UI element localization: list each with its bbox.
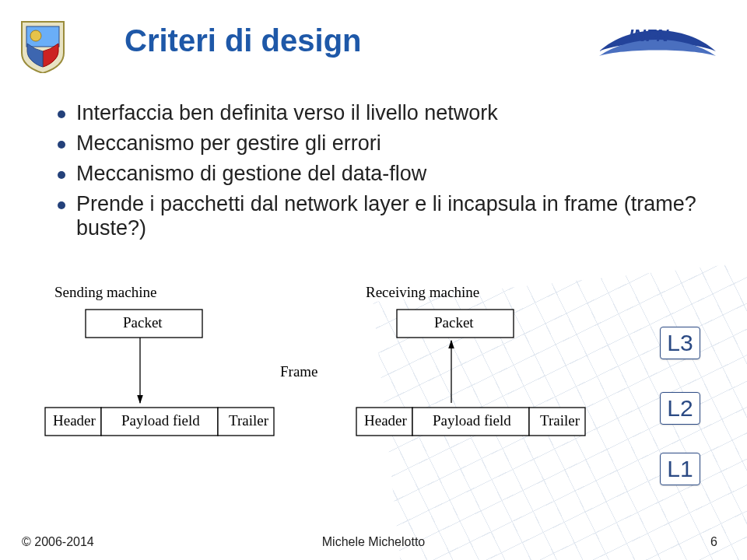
infn-logo-icon: INFN — [599, 17, 716, 65]
slide-title: Criteri di design — [124, 23, 362, 58]
bullet-item: Prende i pacchetti dal network layer e l… — [54, 192, 700, 240]
label-sending-payload: Payload field — [121, 412, 200, 429]
label-sending-header: Header — [53, 412, 96, 429]
label-frame: Frame — [280, 363, 318, 380]
layer-badges: L3 L2 L1 — [660, 327, 700, 513]
svg-point-1 — [30, 30, 41, 41]
label-sending-machine: Sending machine — [54, 284, 156, 300]
label-receiving-trailer: Trailer — [540, 412, 580, 429]
bullet-text: Interfaccia ben definita verso il livell… — [76, 101, 498, 124]
bullet-text: Prende i pacchetti dal network layer e l… — [76, 192, 696, 240]
layer-badge-l1: L1 — [660, 453, 700, 485]
slide: INFN Criteri di design Interfaccia ben d… — [0, 0, 747, 560]
encapsulation-diagram: Sending machine Packet Frame Header Payl… — [39, 280, 615, 482]
label-receiving-packet: Packet — [434, 314, 474, 331]
label-sending-trailer: Trailer — [229, 412, 269, 429]
label-receiving-payload: Payload field — [433, 412, 511, 429]
layer-badge-l3: L3 — [660, 327, 700, 359]
label-receiving-machine: Receiving machine — [366, 284, 479, 300]
institution-crest-icon — [19, 17, 67, 73]
layer-badge-l2: L2 — [660, 392, 700, 425]
footer-author: Michele Michelotto — [0, 535, 747, 549]
footer-page-number: 6 — [710, 535, 717, 549]
bullet-item: Interfaccia ben definita verso il livell… — [54, 101, 700, 125]
bullet-list: Interfaccia ben definita verso il livell… — [54, 101, 700, 247]
label-receiving-header: Header — [364, 412, 408, 429]
bullet-item: Meccanismo di gestione del data-flow — [54, 162, 700, 186]
bullet-text: Meccanismo per gestire gli errori — [76, 131, 381, 155]
infn-logo-text: INFN — [629, 26, 669, 45]
bullet-item: Meccanismo per gestire gli errori — [54, 131, 700, 156]
label-sending-packet: Packet — [123, 314, 163, 331]
bullet-text: Meccanismo di gestione del data-flow — [76, 162, 426, 185]
